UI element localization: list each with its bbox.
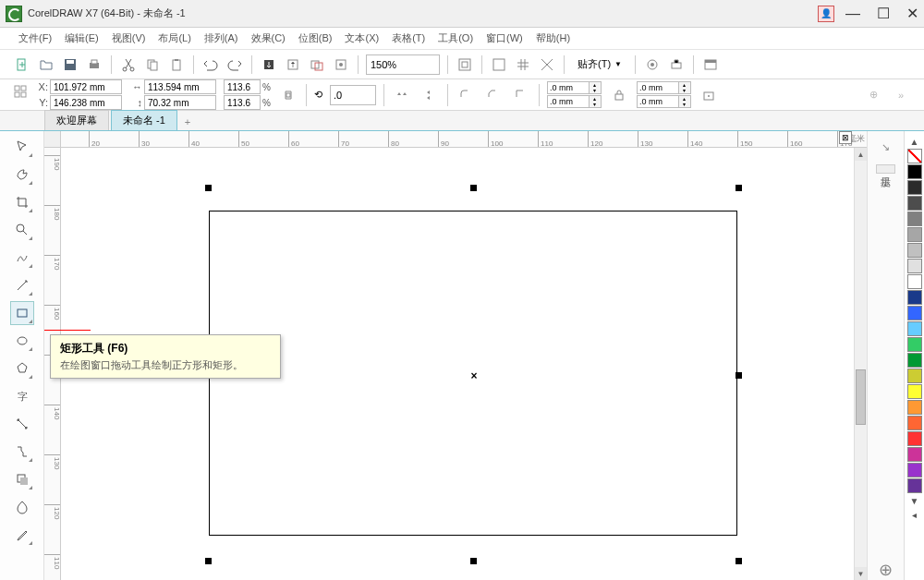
export-button[interactable] [284, 55, 302, 74]
show-guides-button[interactable] [538, 55, 556, 74]
scale-y-input[interactable] [224, 95, 261, 110]
polygon-tool[interactable] [10, 356, 34, 381]
menu-arrange[interactable]: 排列(A) [199, 30, 244, 47]
color-swatch[interactable] [907, 227, 922, 242]
height-input[interactable] [144, 95, 216, 110]
menu-table[interactable]: 表格(T) [386, 30, 431, 47]
print-button[interactable] [85, 55, 103, 74]
freehand-tool[interactable] [10, 246, 34, 270]
menu-effects[interactable]: 效果(C) [246, 30, 291, 47]
menu-edit[interactable]: 编辑(E) [59, 30, 104, 47]
panel-arrow-icon[interactable]: ↘ [876, 137, 896, 157]
options-button[interactable] [643, 55, 662, 74]
x-position-input[interactable] [50, 79, 122, 94]
show-grid-button[interactable] [514, 55, 532, 74]
corner-tr-input[interactable] [637, 81, 679, 94]
shape-tool[interactable] [10, 163, 34, 187]
hints-docker-tab[interactable]: 提示 [876, 164, 895, 174]
color-swatch[interactable] [907, 306, 922, 320]
connector-tool[interactable] [10, 440, 34, 464]
menu-help[interactable]: 帮助(H) [530, 30, 576, 47]
import-button[interactable] [260, 55, 278, 74]
publish-button[interactable] [308, 55, 326, 74]
drop-shadow-tool[interactable] [10, 467, 34, 491]
close-panel-button[interactable]: ⊠ [839, 131, 852, 144]
round-corner-button[interactable] [456, 85, 476, 105]
crop-tool[interactable] [10, 190, 34, 214]
handle-mr[interactable] [736, 372, 742, 379]
handle-bm[interactable] [470, 558, 477, 564]
chamfer-corner-button[interactable] [511, 85, 531, 105]
workspace-button[interactable] [701, 55, 720, 74]
save-button[interactable] [61, 55, 79, 74]
color-swatch[interactable] [907, 353, 922, 368]
ellipse-tool[interactable] [10, 329, 34, 353]
mirror-h-button[interactable] [392, 85, 412, 105]
handle-br[interactable] [736, 558, 742, 564]
open-button[interactable] [37, 55, 55, 74]
mirror-v-button[interactable] [419, 85, 440, 105]
scale-x-input[interactable] [224, 79, 261, 94]
color-swatch[interactable] [907, 274, 922, 289]
tab-welcome[interactable]: 欢迎屏幕 [44, 110, 109, 130]
maximize-button[interactable]: ☐ [877, 5, 890, 22]
menu-bitmap[interactable]: 位图(B) [293, 30, 338, 47]
fullscreen-button[interactable] [456, 55, 474, 74]
convert-to-curves-button[interactable]: ⊕ [863, 85, 883, 105]
palette-flyout-button[interactable]: ◂ [912, 508, 917, 522]
lock-ratio-button[interactable] [278, 85, 298, 105]
relative-corner-button[interactable] [699, 85, 719, 105]
color-swatch[interactable] [907, 180, 922, 195]
vertical-scrollbar[interactable]: ▲ ▼ [854, 148, 867, 580]
color-swatch[interactable] [907, 463, 922, 477]
zoom-level-input[interactable] [366, 54, 440, 75]
app-launcher-button[interactable] [332, 55, 350, 74]
palette-up-button[interactable]: ▲ [910, 135, 919, 149]
color-swatch[interactable] [907, 196, 922, 211]
color-swatch[interactable] [907, 321, 922, 336]
ruler-origin[interactable] [44, 131, 61, 148]
corner-bl-input[interactable] [547, 95, 590, 108]
color-swatch[interactable] [907, 478, 922, 493]
add-docker-button[interactable]: ⊕ [876, 560, 896, 580]
scroll-thumb[interactable] [856, 369, 866, 425]
launch-button[interactable] [667, 55, 686, 74]
color-swatch[interactable] [907, 290, 922, 305]
color-swatch[interactable] [907, 369, 922, 383]
redo-button[interactable] [225, 55, 244, 74]
menu-window[interactable]: 窗口(W) [480, 30, 529, 47]
corner-lock-button[interactable] [609, 85, 629, 105]
parallel-dim-tool[interactable] [10, 412, 34, 436]
cut-button[interactable] [119, 55, 138, 74]
color-swatch[interactable] [907, 243, 922, 258]
handle-bl[interactable] [205, 558, 212, 564]
no-color-swatch[interactable] [907, 149, 922, 163]
new-button[interactable] [13, 55, 31, 74]
show-rulers-button[interactable] [490, 55, 508, 74]
more-button[interactable]: » [891, 85, 911, 105]
menu-tools[interactable]: 工具(O) [432, 30, 479, 47]
color-swatch[interactable] [907, 416, 922, 430]
zoom-tool[interactable] [10, 218, 34, 242]
color-swatch[interactable] [907, 211, 922, 226]
menu-layout[interactable]: 布局(L) [152, 30, 196, 47]
minimize-button[interactable]: — [845, 6, 860, 22]
tab-document[interactable]: 未命名 -1 [111, 110, 177, 130]
transparency-tool[interactable] [10, 495, 34, 519]
undo-button[interactable] [201, 55, 220, 74]
rectangle-tool[interactable] [10, 301, 34, 325]
rotation-input[interactable] [330, 85, 376, 105]
color-swatch[interactable] [907, 431, 922, 446]
menu-view[interactable]: 视图(V) [106, 30, 152, 47]
scroll-up-button[interactable]: ▲ [855, 148, 867, 161]
pick-tool[interactable] [10, 135, 34, 159]
color-swatch[interactable] [907, 337, 922, 352]
close-button[interactable]: ✕ [906, 5, 918, 22]
color-swatch[interactable] [907, 164, 922, 179]
color-swatch[interactable] [907, 384, 922, 399]
handle-tm[interactable] [470, 185, 477, 191]
width-input[interactable] [144, 79, 216, 94]
user-avatar-icon[interactable]: 👤 [818, 6, 834, 22]
artistic-media-tool[interactable] [10, 273, 34, 297]
y-position-input[interactable] [50, 95, 122, 110]
